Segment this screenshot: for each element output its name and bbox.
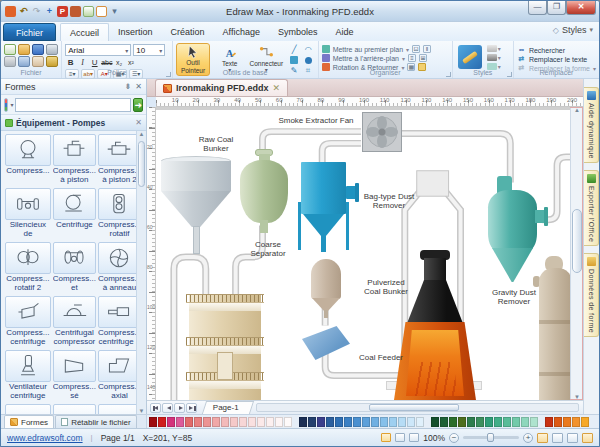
- fullscreen-view-icon[interactable]: [395, 433, 405, 442]
- color-swatch[interactable]: [371, 417, 379, 427]
- gravity-dust-remover-flange[interactable]: [544, 207, 548, 226]
- bag-dust-remover[interactable]: [301, 162, 346, 214]
- coarse-separator[interactable]: [240, 160, 288, 223]
- close-button[interactable]: ✕: [566, 1, 596, 15]
- styles-menu-button[interactable]: ◇ Styles ▾: [553, 25, 593, 35]
- format-painter-icon[interactable]: [46, 56, 58, 67]
- vertical-scrollbar[interactable]: ▲▼: [570, 107, 583, 400]
- strikethrough-button[interactable]: abc: [101, 57, 112, 68]
- shape-item-centrif3[interactable]: Compress... centrifuge 3: [98, 296, 141, 347]
- print-preview-icon[interactable]: [409, 433, 419, 442]
- shape-search-input[interactable]: [15, 98, 131, 112]
- color-swatch[interactable]: [257, 417, 265, 427]
- ellipse-shape-icon[interactable]: [302, 56, 315, 65]
- color-swatch[interactable]: [194, 417, 202, 427]
- color-swatch[interactable]: [485, 417, 493, 427]
- bag-dust-remover-leg[interactable]: [346, 202, 349, 250]
- shape-item-part2[interactable]: [53, 404, 96, 414]
- color-swatch[interactable]: [362, 417, 370, 427]
- color-swatch[interactable]: [530, 417, 538, 427]
- label-coal-feeder[interactable]: Coal Feeder: [352, 353, 410, 362]
- zoom-slider[interactable]: [463, 436, 519, 439]
- shape-item-silencieux2[interactable]: Compress... et silencieux: [53, 242, 96, 293]
- color-swatch[interactable]: [149, 417, 157, 427]
- label-gravity-dust-remover[interactable]: Gravity Dust Remover: [482, 288, 546, 306]
- color-swatch[interactable]: [158, 417, 166, 427]
- normal-view-icon[interactable]: [381, 433, 391, 442]
- zoom-slider-thumb[interactable]: [487, 433, 494, 442]
- color-swatch[interactable]: [572, 417, 580, 427]
- zoom-out-button[interactable]: −: [449, 433, 459, 443]
- website-link[interactable]: www.edrawsoft.com: [7, 433, 83, 443]
- color-swatch[interactable]: [299, 417, 307, 427]
- bag-dust-remover-outlet[interactable]: [321, 235, 326, 252]
- new-document-icon[interactable]: [4, 44, 16, 55]
- zoom-region-button[interactable]: [552, 433, 563, 443]
- color-swatch[interactable]: [308, 417, 316, 427]
- shape-item-piston[interactable]: Compress... à piston: [53, 134, 96, 185]
- shape-item-ventilateur[interactable]: Ventilateur centrifuge: [5, 350, 51, 401]
- color-swatch[interactable]: [185, 417, 193, 427]
- color-swatch[interactable]: [407, 417, 415, 427]
- color-swatch[interactable]: [248, 417, 256, 427]
- copy-icon[interactable]: [18, 56, 30, 67]
- document-tab[interactable]: Ironmaking PFD.eddx ✕: [155, 79, 288, 96]
- close-tab-icon[interactable]: ✕: [273, 83, 281, 93]
- raw-coal-bunker-body[interactable]: [161, 161, 231, 191]
- color-swatch[interactable]: [353, 417, 361, 427]
- shape-item-anneau[interactable]: Compress... à anneau: [98, 242, 141, 293]
- library-icon[interactable]: [4, 98, 8, 112]
- mail-icon[interactable]: [83, 6, 94, 17]
- shape-item-centrifugal[interactable]: Centrifugal compressor: [53, 296, 96, 347]
- pulverized-coal-bunker-outlet[interactable]: [324, 310, 328, 318]
- tab-creation[interactable]: Création: [162, 23, 214, 41]
- bold-button[interactable]: B: [65, 57, 76, 68]
- doc-icon[interactable]: [96, 6, 107, 17]
- color-swatch[interactable]: [326, 417, 334, 427]
- align-icon[interactable]: ⊡: [412, 45, 420, 53]
- line-shape-icon[interactable]: ╱: [288, 45, 301, 54]
- save-icon[interactable]: [32, 44, 44, 55]
- color-swatch[interactable]: [563, 417, 571, 427]
- color-swatch[interactable]: [230, 417, 238, 427]
- canvas-viewport[interactable]: Raw Coal Bunker Smoke Extractor Fan Coar…: [156, 107, 570, 400]
- open-icon[interactable]: [18, 44, 30, 55]
- color-swatch[interactable]: [398, 417, 406, 427]
- color-swatch[interactable]: [284, 417, 292, 427]
- pdf-icon[interactable]: [57, 6, 68, 17]
- maximize-button[interactable]: ❐: [547, 1, 566, 15]
- print-icon[interactable]: [46, 44, 58, 55]
- color-swatch[interactable]: [212, 417, 220, 427]
- shape-item-piston2[interactable]: Compress... à piston 2: [98, 134, 141, 185]
- coarse-separator-outlet[interactable]: [260, 220, 268, 233]
- shape-item-part1[interactable]: [5, 404, 51, 414]
- label-raw-coal-bunker[interactable]: Raw Coal Bunker: [178, 135, 254, 153]
- shape-item-silencer[interactable]: Silencieux de compresse...: [5, 188, 51, 239]
- horizontal-scrollbar[interactable]: [256, 403, 579, 412]
- color-swatch[interactable]: [344, 417, 352, 427]
- send-to-back-button[interactable]: Mettre à l'arrière-plan▾ ≡⊞: [322, 54, 449, 62]
- superscript-button[interactable]: x²: [125, 57, 136, 68]
- tab-aide[interactable]: Aide: [326, 23, 362, 41]
- color-swatch[interactable]: [494, 417, 502, 427]
- scrollbar-thumb[interactable]: [572, 209, 582, 273]
- italic-button[interactable]: I: [77, 57, 88, 68]
- fit-width-button[interactable]: [582, 433, 593, 443]
- color-swatch[interactable]: [554, 417, 562, 427]
- rectangle-shape-icon[interactable]: [288, 56, 301, 65]
- search-go-button[interactable]: ➜: [133, 98, 143, 112]
- smoke-extractor-fan[interactable]: [362, 112, 402, 152]
- color-swatch[interactable]: [512, 417, 520, 427]
- color-swatch[interactable]: [167, 417, 175, 427]
- tab-affichage[interactable]: Affichage: [214, 23, 269, 41]
- redo-icon[interactable]: [31, 6, 42, 17]
- page-tab[interactable]: Page-1: [202, 401, 254, 414]
- print-icon[interactable]: [70, 6, 81, 17]
- font-size-combobox[interactable]: 10▾: [133, 44, 165, 56]
- color-swatch[interactable]: [440, 417, 448, 427]
- color-swatch[interactable]: [581, 417, 589, 427]
- align2-icon[interactable]: ≡: [408, 54, 416, 62]
- tab-symboles[interactable]: Symboles: [269, 23, 327, 41]
- panel-scrollbar[interactable]: ▲▼: [136, 131, 146, 414]
- color-swatch[interactable]: [275, 417, 283, 427]
